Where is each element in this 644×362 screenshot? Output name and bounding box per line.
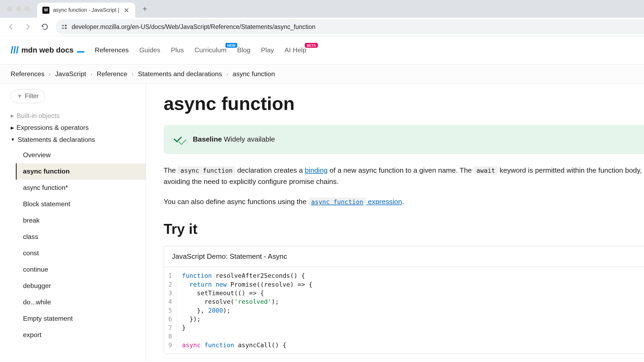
new-tab-button[interactable]: + [139,3,151,15]
sidebar-left: ▼ Filter ▶ Built-in objects ▶ Expression… [0,84,146,362]
nav-curriculum[interactable]: CurriculumNEW [195,46,227,54]
reload-button[interactable] [37,19,52,34]
chevron-right-icon: › [226,71,228,77]
sidebar-item-const[interactable]: const [17,245,146,261]
code-demo-title: JavaScript Demo: Statement - Async [164,246,644,267]
breadcrumb-current: async function [233,70,275,78]
forward-button[interactable] [20,19,35,34]
mdn-logo[interactable]: /// mdn web docs [11,45,84,56]
sidebar-item-async-function[interactable]: async function [16,163,146,180]
nav-guides[interactable]: Guides [139,46,160,54]
sidebar-item-block[interactable]: Block statement [17,196,146,212]
filter-input[interactable]: ▼ Filter [11,89,45,103]
tab-bar: M async function - JavaScript | + [0,0,644,18]
close-tab-icon[interactable] [123,7,130,14]
link-binding[interactable]: binding [305,166,328,174]
code: setTimeout(() => { [182,290,264,297]
code: ); [272,298,279,305]
sidebar-item-overview[interactable]: Overview [17,147,146,163]
breadcrumb-row: References › JavaScript › Reference › St… [0,65,644,84]
breadcrumb-statements[interactable]: Statements and declarations [138,70,222,78]
code: ); [223,307,230,314]
code: }, [182,307,208,314]
code: resolve( [182,298,234,305]
minimize-window-icon[interactable] [16,6,21,12]
baseline-rest: Widely available [222,135,275,143]
code [182,281,189,288]
page-title: async function [164,93,644,114]
sidebar-item-empty[interactable]: Empty statement [17,310,146,327]
triangle-down-icon: ▼ [11,137,15,142]
code-lines: function resolveAfter2Seconds() { return… [177,271,318,349]
svg-point-2 [65,25,67,27]
main-container: ▼ Filter ▶ Built-in objects ▶ Expression… [0,84,644,362]
link-async-function-expression[interactable]: async function expression [309,198,402,206]
nav-blog[interactable]: Blog [237,46,250,54]
logo-cursor-icon [77,51,84,53]
link-code: async function [309,198,366,206]
nav-ai-help[interactable]: AI HelpBETA [284,46,306,54]
sidebar-section-expressions[interactable]: ▶ Expressions & operators [0,123,146,132]
mdn-header: /// mdn web docs References Guides Plus … [0,36,644,64]
back-button[interactable] [3,19,19,34]
code: Promise((resolve) => { [227,281,312,288]
nav-references[interactable]: References [95,46,129,54]
kw: function [204,342,234,349]
code [201,342,204,349]
try-it-heading: Try it [164,221,644,237]
sidebar-item-continue[interactable]: continue [17,261,146,278]
filter-label: Filter [25,93,39,100]
baseline-strong: Baseline [193,135,222,143]
code-editor[interactable]: 123456789 function resolveAfter2Seconds(… [164,267,644,354]
close-window-icon[interactable] [7,6,12,12]
code: asyncCall() { [234,342,286,349]
line-numbers: 123456789 [164,271,177,349]
browser-tab[interactable]: M async function - JavaScript | [37,3,135,18]
triangle-right-icon: ▶ [11,113,14,118]
section-label: Expressions & operators [16,124,89,131]
address-bar[interactable]: developer.mozilla.org/en-US/docs/Web/Jav… [56,19,644,34]
content-main: async function Baseline Widely available… [146,84,644,362]
sidebar-item-debugger[interactable]: debugger [17,278,146,294]
chevron-right-icon: › [90,71,92,77]
sidebar-section-builtin[interactable]: ▶ Built-in objects [0,111,146,121]
sidebar-items: Overview async function async function* … [0,147,146,343]
sidebar-item-async-function-star[interactable]: async function* [17,180,146,196]
baseline-text: Baseline Widely available [193,135,275,143]
num: 2000 [208,307,223,314]
site-settings-icon[interactable] [61,23,68,30]
link-tail: expression [366,198,402,206]
breadcrumb-reference[interactable]: Reference [97,70,127,78]
maximize-window-icon[interactable] [25,6,30,12]
sidebar-item-break[interactable]: break [17,212,146,229]
baseline-box: Baseline Widely available ▾ [164,125,644,154]
code: resolveAfter2Seconds() { [212,272,305,279]
text: You can also define async functions usin… [164,198,309,206]
sidebar-item-class[interactable]: class [17,229,146,245]
svg-rect-1 [62,28,64,28]
url-text: developer.mozilla.org/en-US/docs/Web/Jav… [72,23,644,31]
intro-paragraph-2: You can also define async functions usin… [164,196,644,207]
tab-title: async function - JavaScript | [53,7,119,13]
mdn-logo-mark-icon: /// [11,45,19,56]
sidebar-section-statements[interactable]: ▼ Statements & declarations [0,135,146,144]
text: of a new async function to a given name.… [328,166,474,174]
breadcrumb-references[interactable]: References [11,70,45,78]
code [212,281,215,288]
nav-plus[interactable]: Plus [171,46,184,54]
kw: return [189,281,212,288]
baseline-check-icon [173,134,188,145]
breadcrumb-javascript[interactable]: JavaScript [55,70,86,78]
chevron-right-icon: › [49,71,51,77]
sidebar-item-export[interactable]: export [17,327,146,343]
nav-play[interactable]: Play [261,46,274,54]
svg-point-3 [65,27,67,29]
nav-curriculum-label: Curriculum [195,46,227,54]
sidebar-item-dowhile[interactable]: do...while [17,294,146,310]
section-label: Built-in objects [16,112,60,120]
nav-ai-help-label: AI Help [284,46,306,54]
code: }); [182,316,200,323]
address-bar-row: developer.mozilla.org/en-US/docs/Web/Jav… [0,18,644,36]
breadcrumb: References › JavaScript › Reference › St… [11,70,275,78]
mdn-logo-text: mdn web docs [21,46,74,54]
